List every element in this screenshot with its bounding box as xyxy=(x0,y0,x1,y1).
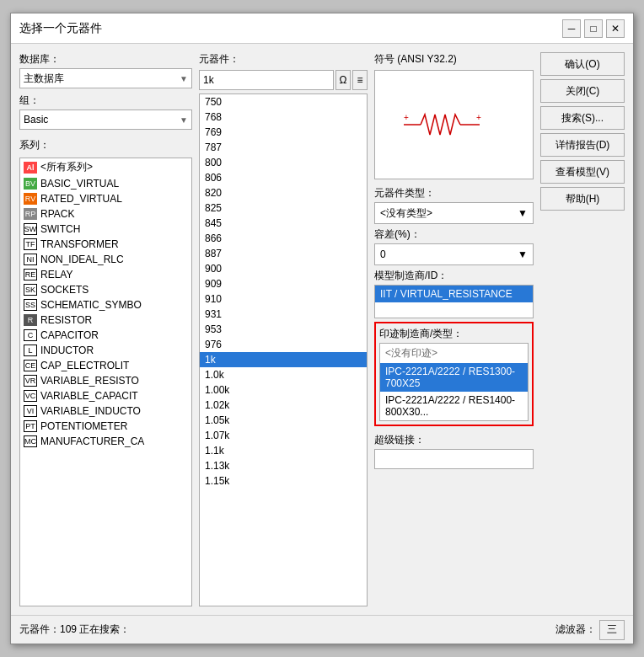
series-item-label: BASIC_VIRTUAL xyxy=(40,178,119,190)
comp-item[interactable]: 820 xyxy=(200,185,367,200)
model-list[interactable]: IIT / VIRTUAL_RESISTANCE xyxy=(374,285,534,318)
comp-item[interactable]: 900 xyxy=(200,261,367,276)
confirm-button[interactable]: 确认(O) xyxy=(540,52,625,76)
close-button[interactable]: 关闭(C) xyxy=(540,79,625,103)
series-item[interactable]: CECAP_ELECTROLIT xyxy=(20,358,191,373)
series-icon: R xyxy=(24,314,37,326)
model-item[interactable]: IIT / VIRTUAL_RESISTANCE xyxy=(375,286,533,302)
comp-item[interactable]: 1.00k xyxy=(200,382,367,398)
footprint-section: 印迹制造商/类型： <没有印迹>IPC-2221A/2222 / RES1300… xyxy=(374,322,534,426)
group-select[interactable]: Basic ▼ xyxy=(19,110,192,130)
series-item[interactable]: TFTRANSFORMER xyxy=(20,237,191,252)
series-icon: NI xyxy=(24,254,37,265)
series-item-label: VARIABLE_CAPACIT xyxy=(40,390,138,402)
bottom-right: 滤波器： 三 xyxy=(555,620,625,640)
comp-item[interactable]: 1k xyxy=(200,352,367,367)
group-row: 组： Basic ▼ xyxy=(19,93,192,130)
database-select[interactable]: 主数据库 ▼ xyxy=(19,68,192,88)
series-item[interactable]: SKSOCKETS xyxy=(20,282,191,297)
comp-item[interactable]: 787 xyxy=(200,140,367,155)
omega-button[interactable]: Ω xyxy=(335,70,351,90)
database-value: 主数据库 xyxy=(24,72,64,86)
tolerance-label: 容差(%)： xyxy=(374,227,534,242)
series-icon: CE xyxy=(24,360,37,371)
series-item-label: CAP_ELECTROLIT xyxy=(40,360,129,371)
series-item[interactable]: Al<所有系列> xyxy=(20,158,191,176)
maximize-button[interactable]: □ xyxy=(584,19,603,38)
footprint-item[interactable]: IPC-2221A/2222 / RES1400-800X30... xyxy=(380,392,528,420)
comp-item[interactable]: 910 xyxy=(200,291,367,307)
filter-extra-button[interactable]: 三 xyxy=(599,620,625,640)
series-list[interactable]: Al<所有系列>BVBASIC_VIRTUALRVRATED_VIRTUALRP… xyxy=(19,158,192,606)
series-item[interactable]: VCVARIABLE_CAPACIT xyxy=(20,388,191,403)
comp-item[interactable]: 887 xyxy=(200,246,367,261)
svg-text:+: + xyxy=(404,113,409,122)
hyperlink-input[interactable] xyxy=(374,449,534,469)
comp-type-select[interactable]: <没有类型> ▼ xyxy=(374,202,534,224)
tolerance-select[interactable]: 0 ▼ xyxy=(374,243,534,265)
comp-item[interactable]: 769 xyxy=(200,125,367,140)
comp-item[interactable]: 1.0k xyxy=(200,367,367,382)
series-item-label: VARIABLE_RESISTO xyxy=(40,375,139,387)
comp-item[interactable]: 825 xyxy=(200,200,367,216)
comp-list[interactable]: 7507687697878008068208258458668879009099… xyxy=(199,93,368,606)
right-panel: 符号 (ANSI Y32.2) + + xyxy=(374,52,625,606)
right-content: 符号 (ANSI Y32.2) + + xyxy=(374,52,534,469)
series-item[interactable]: PTPOTENTIOMETER xyxy=(20,419,191,434)
comp-item[interactable]: 806 xyxy=(200,170,367,185)
comp-item[interactable]: 909 xyxy=(200,276,367,291)
series-item-label: RATED_VIRTUAL xyxy=(40,193,122,205)
footprint-item[interactable]: IPC-2221A/2222 / RES1300-700X25 xyxy=(380,363,528,392)
search-button[interactable]: 搜索(S)... xyxy=(540,106,625,130)
comp-item[interactable]: 845 xyxy=(200,216,367,231)
series-item[interactable]: MCMANUFACTURER_CA xyxy=(20,434,191,449)
footprint-item[interactable]: <没有印迹> xyxy=(380,344,528,363)
series-item[interactable]: CCAPACITOR xyxy=(20,328,191,343)
view-model-button[interactable]: 查看模型(V) xyxy=(540,160,625,184)
comp-item[interactable]: 768 xyxy=(200,110,367,125)
series-item[interactable]: RERELAY xyxy=(20,267,191,282)
series-item-label: SWITCH xyxy=(40,223,80,235)
series-item[interactable]: RRESISTOR xyxy=(20,312,191,328)
series-item[interactable]: NINON_IDEAL_RLC xyxy=(20,252,191,267)
series-icon: PT xyxy=(24,420,37,432)
series-item-label: SCHEMATIC_SYMBO xyxy=(40,299,142,311)
comp-item[interactable]: 1.1k xyxy=(200,443,367,458)
tolerance-value: 0 xyxy=(380,248,386,260)
svg-text:+: + xyxy=(476,113,481,122)
comp-count-text: 元器件：109 正在搜索： xyxy=(19,622,130,637)
series-item[interactable]: SSSCHEMATIC_SYMBO xyxy=(20,297,191,312)
comp-item[interactable]: 976 xyxy=(200,337,367,352)
details-button[interactable]: 详情报告(D) xyxy=(540,133,625,157)
series-item[interactable]: BVBASIC_VIRTUAL xyxy=(20,176,191,191)
comp-item[interactable]: 866 xyxy=(200,231,367,246)
series-item[interactable]: VIVARIABLE_INDUCTO xyxy=(20,403,191,419)
comp-item[interactable]: 1.02k xyxy=(200,398,367,413)
comp-search-input[interactable] xyxy=(199,70,334,90)
series-item[interactable]: RPRPACK xyxy=(20,206,191,222)
comp-item[interactable]: 800 xyxy=(200,155,367,170)
series-item[interactable]: SWSWITCH xyxy=(20,222,191,237)
close-window-button[interactable]: ✕ xyxy=(606,19,625,38)
series-item-label: SOCKETS xyxy=(40,284,89,296)
comp-item[interactable]: 750 xyxy=(200,94,367,110)
comp-item[interactable]: 1.15k xyxy=(200,473,367,489)
comp-item[interactable]: 1.13k xyxy=(200,458,367,473)
group-label: 组： xyxy=(19,93,192,108)
footprint-list[interactable]: <没有印迹>IPC-2221A/2222 / RES1300-700X25IPC… xyxy=(379,343,529,421)
comp-item[interactable]: 931 xyxy=(200,307,367,322)
dialog-content: 数据库： 主数据库 ▼ 组： Basic ▼ 系列： Al<所有系列>BVBAS… xyxy=(11,44,633,615)
comp-item[interactable]: 1.07k xyxy=(200,428,367,443)
series-item[interactable]: LINDUCTOR xyxy=(20,343,191,358)
series-icon: RV xyxy=(24,193,37,205)
comp-item[interactable]: 1.05k xyxy=(200,413,367,428)
minimize-button[interactable]: ─ xyxy=(562,19,581,38)
series-icon: MC xyxy=(24,435,37,447)
comp-item[interactable]: 953 xyxy=(200,322,367,337)
filter-button[interactable]: ≡ xyxy=(352,70,368,90)
series-item-label: RESISTOR xyxy=(40,314,92,326)
series-item[interactable]: RVRATED_VIRTUAL xyxy=(20,191,191,206)
comp-search-row: Ω ≡ xyxy=(199,70,368,90)
help-button[interactable]: 帮助(H) xyxy=(540,187,625,211)
series-item[interactable]: VRVARIABLE_RESISTO xyxy=(20,373,191,388)
